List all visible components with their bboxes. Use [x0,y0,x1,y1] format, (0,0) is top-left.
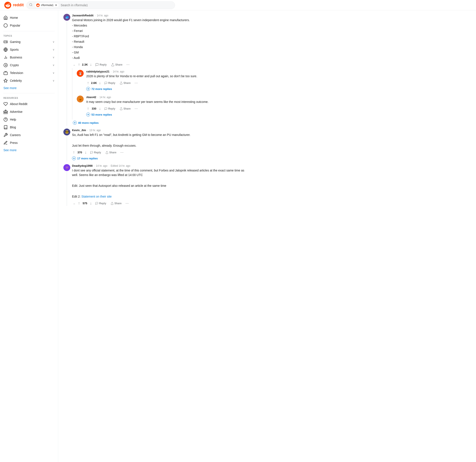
gaming-icon [3,40,8,44]
topics-see-more[interactable]: See more [0,85,58,91]
sidebar-item-label: Television [10,71,23,75]
comment-time-1r1: 14 hr. ago [113,70,124,73]
home-icon [3,16,8,20]
more-replies-1r2[interactable]: + 53 more replies [86,111,247,118]
topics-section-label: TOPICS [0,33,58,38]
sidebar-item-about[interactable]: About Reddit [0,100,58,108]
more-options-button-1r1[interactable]: ··· [133,80,139,86]
sidebar-item-blog[interactable]: Blog [0,123,58,131]
page-layout: Home Popular TOPICS Gaming ∨ [0,0,476,211]
comment-actions-2: ↑ 370 ↓ Reply Share ··· [72,150,247,155]
sidebar-item-label: Advertise [10,110,22,113]
downvote-button-1r1[interactable]: ↓ [98,80,102,86]
thread-line-1[interactable] [67,22,67,126]
sidebar-item-home[interactable]: Home [0,14,58,22]
reply-button-2[interactable]: Reply [88,150,103,155]
comment-author-3: Deadlydog1998 [72,164,93,167]
downvote-button-3[interactable]: ↓ [89,200,93,206]
share-button-3[interactable]: Share [109,201,123,206]
sidebar-item-celebrity[interactable]: Celebrity ∨ [0,77,58,85]
minimize-button-3[interactable]: − [72,202,76,206]
sidebar-item-careers[interactable]: Careers [0,131,58,139]
chevron-down-icon: ∨ [53,56,55,59]
more-options-button-1r2[interactable]: ··· [133,106,139,111]
downvote-button-1[interactable]: ↓ [89,62,93,67]
comment-time-3: 14 hr. ago [96,164,107,167]
comment-author-1r2: Aken42 [86,96,96,99]
more-options-button-2[interactable]: ··· [119,150,125,155]
header: reddit r/formula1 ✕ [0,0,476,10]
search-bar: r/formula1 ✕ [26,1,175,9]
search-input[interactable] [61,3,172,7]
sidebar-item-gaming[interactable]: Gaming ∨ [0,38,58,46]
more-options-button-3[interactable]: ··· [124,200,130,206]
minimize-button-1[interactable]: − [72,63,76,67]
subreddit-close-button[interactable]: ✕ [55,4,57,7]
more-replies-1r1[interactable]: + 72 more replies [86,86,247,92]
sidebar-item-label: Business [10,56,22,59]
help-icon [3,117,8,122]
reply-button-3[interactable]: Reply [94,201,108,206]
upvote-button-1[interactable]: ↑ [77,62,81,67]
share-button-1r1[interactable]: Share [118,81,132,85]
top-comment-2: 😎 Kevin_Jim · 13 hr. ago So, Audi has le… [63,129,247,162]
vote-section-1r1: ↑ 2.6K ↓ [86,80,102,86]
more-options-button-1[interactable]: ··· [125,62,131,67]
press-icon [3,141,8,145]
sidebar-item-advertise[interactable]: Advertise [0,108,58,116]
reply-button-1r1[interactable]: Reply [103,81,117,85]
sidebar-item-business[interactable]: Business ∨ [0,53,58,61]
comment-header-1: JaswanthReddit · 14 hr. ago [72,14,247,17]
vote-section-1: ↑ 2.3K ↓ [77,62,93,67]
sidebar-item-help[interactable]: Help [0,116,58,123]
sidebar-item-sports[interactable]: Sports ∨ [0,46,58,53]
more-replies-icon-c2: + [72,156,76,160]
chevron-down-icon: ∨ [53,48,55,51]
more-replies-c2[interactable]: + 17 more replies [72,155,247,162]
comment-text-1: General Motors joining in 2028 would giv… [72,18,247,60]
sidebar-item-label: Help [10,118,16,121]
subreddit-pill[interactable]: r/formula1 ✕ [34,3,59,8]
resources-see-more[interactable]: See more [0,147,58,154]
comment-author-2: Kevin_Jim [72,129,86,132]
upvote-button-1r2[interactable]: ↑ [86,106,90,111]
sidebar-divider-2 [3,93,55,93]
comment-text-2: So, Audi has left F1 on "read", but Andr… [72,133,247,148]
nested-replies-1: 🐰 rabbidplatypus21 · 14 hr. ago 2028 is … [72,68,247,120]
comment-header-3: Deadlydog1998 · 14 hr. ago · Edited 14 h… [72,164,247,167]
share-button-2[interactable]: Share [104,150,118,155]
downvote-button-2[interactable]: ↓ [84,150,87,155]
edited-tag-3: Edited 14 hr. ago [110,164,130,167]
reply-button-1r2[interactable]: Reply [103,106,117,111]
thread-line-wrap: 🧢 [63,14,70,126]
business-icon [3,55,8,60]
vote-count-2: 370 [76,151,83,154]
sidebar-item-label: Press [10,141,18,145]
sidebar-item-television[interactable]: Television ∨ [0,69,58,77]
comment-actions-3: − ↑ 575 ↓ Reply Share [72,200,247,206]
sidebar-item-label: About Reddit [10,102,27,106]
comment-body-1r1: rabbidplatypus21 · 14 hr. ago 2028 is pl… [86,70,247,92]
reddit-logo-icon [4,2,11,9]
thread-line-3[interactable] [67,172,67,206]
thread-line-2[interactable] [67,136,67,162]
upvote-button-3[interactable]: ↑ [77,200,81,206]
sidebar-item-press[interactable]: Press [0,139,58,147]
statement-link[interactable]: Statement on their site [82,195,112,198]
upvote-button-2[interactable]: ↑ [72,150,76,155]
upvote-button-1r1[interactable]: ↑ [86,80,90,86]
sidebar-item-crypto[interactable]: Crypto ∨ [0,61,58,69]
reply-button-1[interactable]: Reply [94,62,109,67]
sidebar-item-popular[interactable]: Popular [0,22,58,29]
downvote-button-1r2[interactable]: ↓ [98,106,102,111]
comment-time-1r2: 14 hr. ago [100,96,111,99]
share-button-1r2[interactable]: Share [118,106,132,111]
share-button-1[interactable]: Share [109,62,124,67]
top-comment-1: 🧢 JaswanthReddit · 14 hr. ago General Mo… [63,14,247,126]
thread-more-replies-1[interactable]: + 40 more replies [73,120,247,126]
comment-actions-1: − ↑ 2.3K ↓ Reply Share [72,62,247,67]
logo[interactable]: reddit [4,2,24,9]
more-replies-icon-2: + [86,113,90,116]
svg-marker-13 [4,79,8,82]
comment-body-1: JaswanthReddit · 14 hr. ago General Moto… [72,14,247,126]
